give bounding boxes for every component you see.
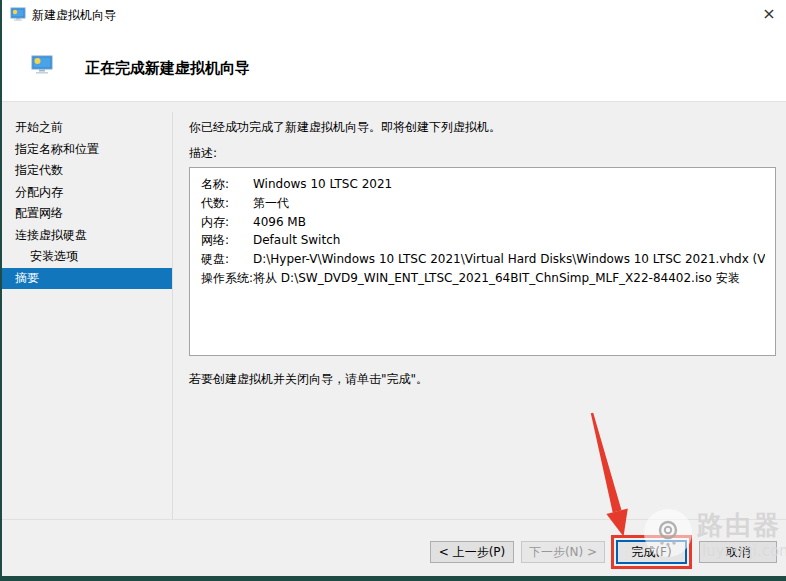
footer-divider (2, 519, 786, 520)
vm-wizard-icon (10, 6, 26, 22)
vm-wizard-icon (31, 55, 53, 75)
summary-value-network: Default Switch (253, 231, 765, 250)
sidebar-divider (172, 112, 173, 520)
intro-text: 你已经成功完成了新建虚拟机向导。即将创建下列虚拟机。 (189, 119, 769, 135)
summary-value-name: Windows 10 LTSC 2021 (253, 175, 765, 194)
next-button: 下一步(N) > (521, 541, 605, 563)
summary-label-hard-disk: 硬盘: (201, 250, 253, 269)
summary-label-network: 网络: (201, 231, 253, 250)
summary-row: 代数: 第一代 (201, 194, 765, 213)
summary-value-hard-disk: D:\Hyper-V\Windows 10 LTSC 2021\Virtual … (253, 250, 765, 269)
window-title: 新建虚拟机向导 (32, 7, 116, 23)
summary-value-generation: 第一代 (253, 194, 765, 213)
screenshot-root: 新建虚拟机向导 × 正在完成新建虚拟机向导 开始之前 指定名称和位置 指定代数 … (0, 0, 786, 581)
wizard-steps-sidebar: 开始之前 指定名称和位置 指定代数 分配内存 配置网络 连接虚拟硬盘 安装选项 … (2, 117, 172, 289)
wizard-header-band (2, 0, 786, 102)
sidebar-item-virtual-hard-disk: 连接虚拟硬盘 (2, 225, 172, 247)
sidebar-item-before-you-begin: 开始之前 (2, 117, 172, 139)
sidebar-item-networking: 配置网络 (2, 203, 172, 225)
summary-box: 名称: Windows 10 LTSC 2021 代数: 第一代 内存: 409… (189, 167, 776, 356)
sidebar-item-memory: 分配内存 (2, 182, 172, 204)
summary-row: 名称: Windows 10 LTSC 2021 (201, 175, 765, 194)
summary-row: 网络: Default Switch (201, 231, 765, 250)
description-label: 描述: (189, 145, 217, 162)
summary-label-generation: 代数: (201, 194, 253, 213)
summary-label-name: 名称: (201, 175, 253, 194)
summary-label-operating-system: 操作系统: (201, 269, 253, 288)
sidebar-item-generation: 指定代数 (2, 160, 172, 182)
cancel-button[interactable]: 取消 (699, 541, 777, 563)
summary-label-memory: 内存: (201, 213, 253, 232)
summary-row: 内存: 4096 MB (201, 213, 765, 232)
sidebar-item-installation-options: 安装选项 (2, 246, 172, 268)
sidebar-item-name-and-location: 指定名称和位置 (2, 139, 172, 161)
sidebar-item-summary: 摘要 (2, 268, 172, 290)
summary-value-memory: 4096 MB (253, 213, 765, 232)
footnote-text: 若要创建虚拟机并关闭向导，请单击"完成"。 (189, 371, 428, 388)
summary-row: 操作系统: 将从 D:\SW_DVD9_WIN_ENT_LTSC_2021_64… (201, 269, 765, 288)
summary-value-operating-system: 将从 D:\SW_DVD9_WIN_ENT_LTSC_2021_64BIT_Ch… (253, 269, 765, 288)
finish-button[interactable]: 完成(F) (616, 540, 687, 564)
close-icon[interactable]: × (758, 3, 780, 25)
previous-button[interactable]: < 上一步(P) (430, 541, 514, 563)
summary-row: 硬盘: D:\Hyper-V\Windows 10 LTSC 2021\Virt… (201, 250, 765, 269)
page-title: 正在完成新建虚拟机向导 (85, 58, 250, 78)
